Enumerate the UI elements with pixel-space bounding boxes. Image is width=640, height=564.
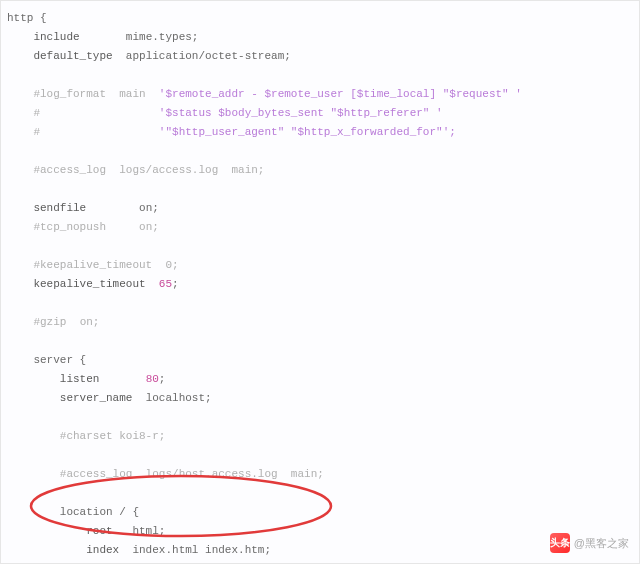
code-line: listen [7,373,146,385]
code-line: include [7,31,126,43]
code-line: keepalive_timeout [7,278,159,290]
watermark: 头条 @黑客之家 [550,533,629,553]
comment-line: #access_log logs/host.access.log main; [7,468,324,480]
watermark-handle: @黑客之家 [574,536,629,551]
comment-line: #keepalive_timeout [7,259,165,271]
code-line: http { [7,12,47,24]
code-line: index [7,544,132,556]
comment-line: #log_format main [7,88,159,100]
toutiao-logo-icon: 头条 [550,533,570,553]
code-line: location / { [7,506,139,518]
comment-line: # [7,126,159,138]
comment-line: # [7,107,159,119]
nginx-config-code: http { include mime.types; default_type … [1,1,639,564]
code-line: sendfile [7,202,139,214]
comment-line: #gzip [7,316,80,328]
comment-line: #tcp_nopush [7,221,139,233]
code-line: server { [7,354,86,366]
comment-line: #access_log logs/access.log main; [7,164,264,176]
code-line: server_name [7,392,146,404]
code-line: default_type [7,50,126,62]
comment-line: #charset koi8-r; [7,430,165,442]
code-line: root [7,525,132,537]
code-screenshot: http { include mime.types; default_type … [0,0,640,564]
